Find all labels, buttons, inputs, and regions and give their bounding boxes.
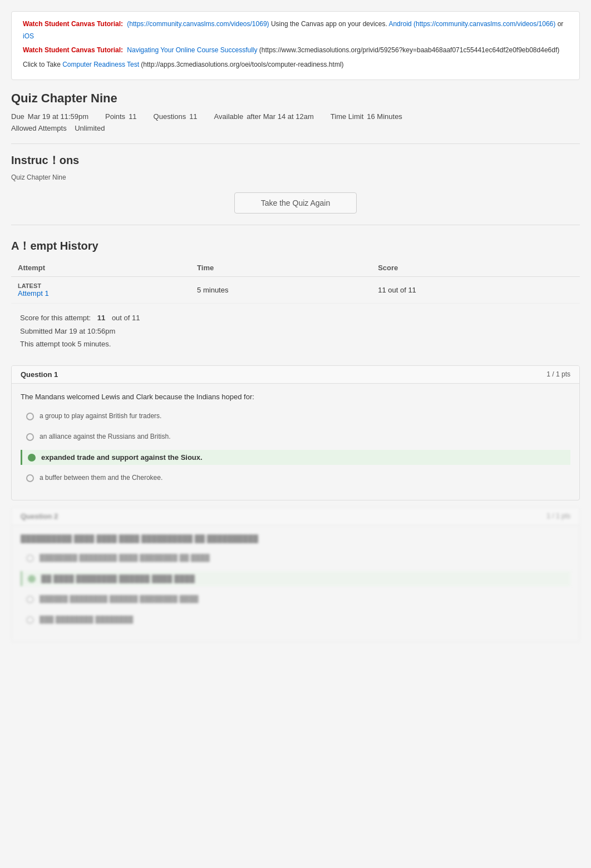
question-2-body: ██████████ ████ ████ ████ ██████████ ██ … bbox=[12, 525, 579, 642]
answer-1-3: expanded trade and support against the S… bbox=[21, 450, 570, 465]
col-header-time: Time bbox=[190, 259, 371, 277]
banner-nav-link[interactable]: Navigating Your Online Course Successful… bbox=[127, 46, 257, 54]
attempt-table-header-row: Attempt Time Score bbox=[11, 259, 580, 277]
attempt-time-cell: 5 minutes bbox=[190, 277, 371, 304]
answer-2-4-text: ███ ████████ ████████ bbox=[40, 616, 133, 623]
banner-row1-text: Using the Canvas app on your devices. bbox=[271, 20, 387, 28]
instructions-body: Quiz Chapter Nine bbox=[11, 173, 580, 181]
page-wrapper: Watch Student Canvas Tutorial: (https://… bbox=[0, 0, 591, 660]
question-1-prompt: The Mandans welcomed Lewis and Clark bec… bbox=[21, 393, 570, 401]
meta-timelimit-label: Time Limit bbox=[331, 112, 363, 121]
quiz-meta: Due Mar 19 at 11:59pm Points 11 Question… bbox=[11, 112, 580, 121]
meta-timelimit: Time Limit 16 Minutes bbox=[331, 112, 402, 121]
answer-1-1: a group to play against British fur trad… bbox=[21, 409, 570, 424]
banner-row-3: Click to Take Computer Readiness Test (h… bbox=[23, 59, 568, 71]
submitted-line: Submitted Mar 19 at 10:56pm bbox=[20, 325, 571, 338]
attempt-score-cell: 11 out of 11 bbox=[371, 277, 580, 304]
banner-android-link[interactable]: Android (https://community.canvaslms.com… bbox=[388, 20, 555, 28]
answer-2-3-bullet bbox=[26, 596, 34, 603]
banner-label-1: Watch Student Canvas Tutorial: bbox=[23, 20, 123, 28]
attempt-1-link[interactable]: Attempt 1 bbox=[18, 289, 49, 297]
answer-1-1-text: a group to play against British fur trad… bbox=[40, 412, 161, 420]
answer-1-3-text: expanded trade and support against the S… bbox=[41, 453, 203, 462]
meta-due-label: Due bbox=[11, 112, 24, 121]
meta-allowed-attempts: Allowed Attempts Unlimited bbox=[11, 124, 580, 132]
banner-label-2: Watch Student Canvas Tutorial: bbox=[23, 46, 123, 54]
answer-2-1: ████████ ████████ ████ ████████ ██ ████ bbox=[21, 550, 570, 566]
meta-available-value: after Mar 14 at 12am bbox=[247, 112, 314, 121]
meta-available-label: Available bbox=[214, 112, 244, 121]
answer-2-1-text: ████████ ████████ ████ ████████ ██ ████ bbox=[40, 554, 210, 562]
answer-2-3-text: ██████ ████████ ██████ ████████ ████ bbox=[40, 595, 198, 603]
banner-nav-url: (https://www.3cmediasolutions.org/privid… bbox=[259, 46, 559, 54]
instructions-title: Instruc！ons bbox=[11, 153, 580, 168]
col-header-score: Score bbox=[371, 259, 580, 277]
answer-2-1-bullet bbox=[26, 554, 34, 562]
took-line: This attempt took 5 minutes. bbox=[20, 338, 571, 350]
attempt-row-latest: LATEST Attempt 1 5 minutes 11 out of 11 bbox=[11, 277, 580, 304]
question-2-prompt: ██████████ ████ ████ ████ ██████████ ██ … bbox=[21, 534, 570, 543]
question-2-number: Question 2 bbox=[21, 512, 58, 520]
score-line: Score for this attempt: 11 out of 11 bbox=[20, 311, 571, 324]
question-1-body: The Mandans welcomed Lewis and Clark bec… bbox=[12, 384, 579, 500]
info-banner: Watch Student Canvas Tutorial: (https://… bbox=[11, 11, 580, 80]
question-2-pts: 1 / 1 pts bbox=[546, 512, 570, 520]
banner-readiness-url: (http://apps.3cmediasolutions.org/oei/to… bbox=[141, 61, 343, 68]
answer-2-4-bullet bbox=[26, 616, 34, 624]
banner-row1-student-link[interactable]: (https://community.canvaslms.com/videos/… bbox=[127, 20, 271, 28]
banner-ios-link[interactable]: iOS bbox=[23, 32, 34, 40]
divider-2 bbox=[11, 225, 580, 225]
answer-1-1-bullet bbox=[26, 413, 34, 420]
take-quiz-again-button[interactable]: Take the Quiz Again bbox=[234, 192, 357, 214]
question-1-number: Question 1 bbox=[21, 370, 58, 379]
allowed-label: Allowed Attempts bbox=[11, 124, 67, 132]
question-block-2: Question 2 1 / 1 pts ██████████ ████ ███… bbox=[11, 507, 580, 642]
answer-2-2: ██ ████ ████████ ██████ ████ ████ bbox=[21, 571, 570, 586]
banner-row-1: Watch Student Canvas Tutorial: (https://… bbox=[23, 18, 568, 42]
banner-readiness-link[interactable]: Computer Readiness Test bbox=[62, 61, 139, 68]
answer-1-3-bullet bbox=[28, 454, 36, 462]
meta-due: Due Mar 19 at 11:59pm bbox=[11, 112, 88, 121]
banner-click-label: Click to Take bbox=[23, 61, 61, 68]
quiz-title: Quiz Chapter Nine bbox=[11, 91, 580, 106]
answer-1-2-bullet bbox=[26, 433, 34, 441]
answer-2-2-bullet bbox=[28, 575, 36, 583]
meta-available: Available after Mar 14 at 12am bbox=[214, 112, 314, 121]
meta-points: Points 11 bbox=[105, 112, 137, 121]
answer-1-4: a buffer between them and the Cherokee. bbox=[21, 470, 570, 485]
score-label: Score for this attempt: bbox=[20, 311, 91, 324]
meta-questions-label: Questions bbox=[154, 112, 186, 121]
meta-timelimit-value: 16 Minutes bbox=[367, 112, 402, 121]
answer-1-2-text: an alliance against the Russians and Bri… bbox=[40, 433, 170, 440]
banner-row-2: Watch Student Canvas Tutorial: Navigatin… bbox=[23, 44, 568, 57]
question-1-pts: 1 / 1 pts bbox=[546, 370, 570, 378]
banner-student-url-1[interactable]: (https://community.canvaslms.com/videos/… bbox=[127, 20, 269, 28]
allowed-value: Unlimited bbox=[75, 124, 105, 132]
answer-1-2: an alliance against the Russians and Bri… bbox=[21, 429, 570, 444]
attempt-history-section: A！empt History Attempt Time Score LATEST… bbox=[11, 239, 580, 304]
attempt-latest-cell: LATEST Attempt 1 bbox=[11, 277, 190, 304]
meta-points-value: 11 bbox=[129, 112, 136, 121]
question-block-1: Question 1 1 / 1 pts The Mandans welcome… bbox=[11, 365, 580, 500]
score-out-of: out of 11 bbox=[112, 311, 140, 324]
answer-2-3: ██████ ████████ ██████ ████████ ████ bbox=[21, 592, 570, 607]
meta-points-label: Points bbox=[105, 112, 125, 121]
meta-questions-value: 11 bbox=[189, 112, 197, 121]
divider-1 bbox=[11, 143, 580, 144]
latest-badge: LATEST bbox=[18, 282, 184, 289]
answer-2-2-text: ██ ████ ████████ ██████ ████ ████ bbox=[41, 574, 195, 583]
answer-2-4: ███ ████████ ████████ bbox=[21, 612, 570, 627]
answer-1-4-bullet bbox=[26, 474, 34, 482]
meta-questions: Questions 11 bbox=[154, 112, 198, 121]
answer-1-4-text: a buffer between them and the Cherokee. bbox=[40, 474, 162, 482]
banner-or: or bbox=[558, 20, 564, 28]
col-header-attempt: Attempt bbox=[11, 259, 190, 277]
question-2-header: Question 2 1 / 1 pts bbox=[12, 508, 579, 525]
attempt-history-title: A！empt History bbox=[11, 239, 580, 254]
meta-due-value: Mar 19 at 11:59pm bbox=[28, 112, 88, 121]
attempt-table: Attempt Time Score LATEST Attempt 1 5 mi… bbox=[11, 259, 580, 304]
question-1-header: Question 1 1 / 1 pts bbox=[12, 366, 579, 384]
score-value: 11 bbox=[97, 311, 105, 324]
score-summary: Score for this attempt: 11 out of 11 Sub… bbox=[11, 304, 580, 358]
